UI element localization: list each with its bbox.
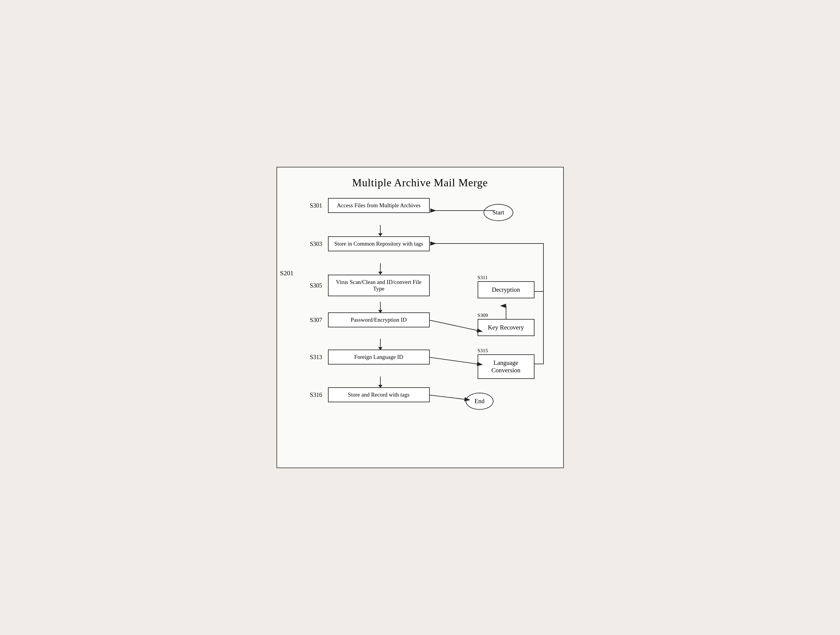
box-s315-container: Language Conversion [478,354,534,379]
arrow-s307-to-s309 [430,320,477,330]
outer-label-s201: S201 [280,269,294,277]
arrow-s316-to-end [430,395,464,399]
label-s301: S301 [310,202,328,209]
box-s309-container: Key Recovery [478,319,534,336]
side-label-s309-text: S309 [478,312,488,319]
terminal-end: End [466,393,494,410]
end-oval: End [466,393,494,410]
box-s307: Password/Encryption ID [328,312,430,328]
box-s303: Store in Common Repository with tags [328,236,430,251]
box-s316: Store and Record with tags [328,387,430,402]
label-s307: S307 [310,317,328,323]
side-label-s311-text: S311 [478,275,488,281]
box-s309: Key Recovery [478,319,534,336]
label-s311: S311 [478,275,488,281]
row-s303: S303 Store in Common Repository with tag… [310,236,430,251]
terminal-start: Start [483,204,513,221]
diagram-inner: S301 Access Files from Multiple Archives… [310,198,556,459]
box-s315: Language Conversion [478,354,534,379]
vline-1 [380,225,381,233]
start-oval: Start [483,204,513,221]
diagram-title: Multiple Archive Mail Merge [286,176,554,189]
side-label-s315-text: S315 [478,348,488,354]
arrow-s313-to-s315 [430,357,477,364]
label-s316: S316 [310,391,328,398]
arrow-down-1 [378,225,382,236]
box-s301: Access Files from Multiple Archives [328,198,430,213]
row-s313: S313 Foreign Language ID [310,350,430,364]
arrow-down-2 [378,263,382,275]
vline-3 [380,302,381,310]
row-s316: S316 Store and Record with tags [310,387,430,402]
arrow-down-4 [378,339,382,350]
arrow-down-3 [378,302,382,313]
box-s311-container: Decryption [478,281,534,298]
row-s305: S305 Virus Scan/Clean and ID/convert Fil… [310,275,430,296]
arrow-s315-loop-up [534,291,543,364]
diagram-area: S301 Access Files from Multiple Archives… [310,198,551,459]
box-s311: Decryption [478,281,534,298]
row-s307: S307 Password/Encryption ID [310,312,430,328]
label-s315: S315 [478,348,488,354]
box-s305: Virus Scan/Clean and ID/convert File Typ… [328,275,430,296]
vline-4 [380,339,381,347]
page: Multiple Archive Mail Merge S201 S301 Ac… [276,167,564,468]
label-s305: S305 [310,282,328,289]
label-s303: S303 [310,241,328,247]
arrowhead-down-1 [378,233,382,236]
label-s313: S313 [310,354,328,361]
row-s301: S301 Access Files from Multiple Archives [310,198,430,213]
vline-5 [380,377,381,385]
label-s309: S309 [478,312,488,318]
box-s313: Foreign Language ID [328,350,430,364]
vline-2 [380,263,381,272]
arrowhead-down-2 [378,272,382,275]
arrow-down-5 [378,377,382,388]
